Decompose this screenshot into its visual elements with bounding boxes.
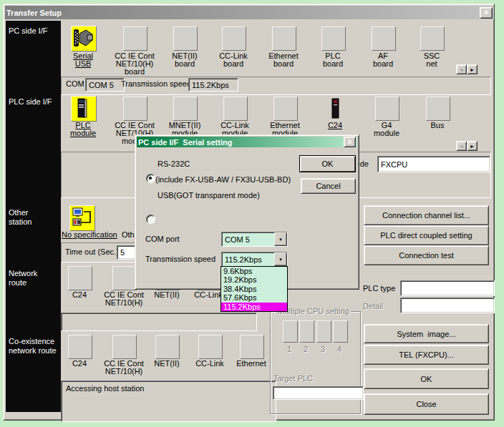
chevron-down-icon[interactable]: ▼	[274, 252, 287, 266]
interface-tile[interactable]	[375, 97, 399, 121]
interface-tile[interactable]	[123, 97, 147, 121]
computer-plc-icon	[72, 207, 93, 228]
sidebar-item-coexistence-route: Co-existence network route	[9, 337, 57, 355]
detail-label: Detail	[363, 302, 383, 310]
interface-tile[interactable]	[273, 97, 298, 121]
speed-option[interactable]: 19.2Kbps	[221, 275, 287, 284]
target-plc-field	[273, 386, 364, 400]
speed-value: 115.2Kbps	[222, 252, 274, 266]
window-title: Transfer Setup	[6, 9, 480, 17]
plc-mode-value-field: FXCPU	[377, 156, 490, 172]
cpu-2-button[interactable]	[299, 320, 314, 343]
cpu-3-button[interactable]	[316, 320, 331, 343]
interface-tile[interactable]	[198, 335, 223, 359]
plc-type-label: PLC type	[363, 284, 395, 293]
scroll-left-icon[interactable]: ◄	[456, 141, 467, 151]
interface-tile[interactable]	[222, 26, 246, 51]
scroll-right-icon[interactable]: ►	[467, 64, 478, 74]
close-icon[interactable]: ×	[344, 137, 356, 147]
scroll-left-icon[interactable]: ◄	[456, 64, 467, 74]
speed-option[interactable]: 38.4Kbps	[221, 285, 287, 293]
c24-icon[interactable]	[329, 97, 342, 121]
interface-tile[interactable]	[173, 26, 198, 51]
interface-tile[interactable]	[123, 26, 147, 51]
close-button[interactable]: Close	[364, 393, 489, 415]
interface-label[interactable]: SSC net	[399, 52, 464, 68]
transmission-speed-field: 115.2Kbps	[188, 78, 238, 92]
interface-tile[interactable]	[223, 97, 248, 121]
sidebar-item-other-station: Other station	[9, 208, 32, 227]
other-station-icon[interactable]	[69, 205, 95, 231]
tel-fxcpu-button[interactable]: TEL (FXCPU)...	[364, 345, 489, 365]
interface-tile[interactable]	[112, 335, 137, 359]
speed-combo[interactable]: 115.2Kbps ▼	[221, 252, 288, 267]
ok-button[interactable]: OK	[364, 368, 489, 389]
speed-option-list: 9.6Kbps 19.2Kbps 38.4Kbps 57.6Kbps 115.2…	[220, 266, 288, 312]
timeout-label: Time out (Sec.)	[65, 247, 119, 256]
plc-type-field	[400, 280, 495, 296]
interface-tile[interactable]	[112, 266, 137, 290]
interface-tile[interactable]	[272, 26, 296, 51]
chevron-down-icon[interactable]: ▼	[274, 232, 287, 246]
cpu-1-button[interactable]	[283, 320, 298, 343]
com-port-value: COM 5	[222, 232, 274, 246]
sidebar: PC side I/F PLC side I/F Other station N…	[6, 21, 61, 412]
serial-usb-icon[interactable]	[71, 26, 97, 51]
cpu-2-label: 2	[304, 345, 308, 353]
no-specification-option[interactable]: No specification	[62, 230, 117, 239]
interface-tile[interactable]	[155, 335, 180, 359]
system-image-button[interactable]: System image...	[364, 324, 489, 343]
cpu-1-label: 1	[287, 345, 291, 353]
plc-direct-coupled-button[interactable]: PLC direct coupled setting	[364, 225, 489, 245]
speed-option[interactable]: 57.6Kbps	[221, 293, 287, 302]
dialog-speed-label: Transmission speed	[145, 255, 215, 263]
speed-option-selected[interactable]: 115.2Kbps	[221, 303, 287, 311]
com-port-label: COM port	[145, 235, 180, 243]
dialog-title: PC side I/F Serial setting	[138, 138, 344, 147]
pc-row-scroller: ◄ ►	[456, 64, 478, 74]
plc-module-icon[interactable]	[71, 96, 97, 122]
sidebar-item-network-route: Network route	[9, 269, 37, 288]
timeout-panel: Time out (Sec.) 5	[61, 242, 142, 262]
transmission-speed-label: Transmission speed	[121, 79, 191, 88]
cpu-3-label: 3	[321, 345, 325, 353]
rs232c-note: (include FX-USB-AW / FX3U-USB-BD)	[155, 175, 291, 184]
dialog-titlebar: PC side I/F Serial setting ×	[137, 137, 357, 147]
interface-label[interactable]: Bus	[405, 122, 470, 129]
target-plc-label: Target PLC	[273, 374, 313, 383]
com-label: COM	[66, 79, 84, 88]
scroll-right-icon[interactable]: ►	[467, 141, 478, 151]
network-route-info-box	[61, 313, 257, 331]
dialog-ok-button[interactable]: OK	[299, 155, 356, 172]
usb-label: USB(GOT transparent mode)	[158, 191, 260, 200]
speed-option[interactable]: 9.6Kbps	[221, 267, 287, 275]
connection-test-button[interactable]: Connection test	[364, 245, 489, 265]
close-icon[interactable]: ×	[480, 7, 493, 19]
sidebar-item-pc-side: PC side I/F	[9, 26, 47, 36]
sidebar-item-plc-side: PLC side I/F	[9, 97, 52, 107]
dialog-cancel-button[interactable]: Cancel	[301, 178, 356, 194]
cpu-4-label: 4	[337, 345, 341, 353]
host-station-status: Accessing host station	[66, 384, 144, 393]
interface-tile[interactable]	[68, 335, 92, 359]
plc-row-scroller: ◄ ►	[456, 141, 478, 151]
desktop: Transfer Setup × PC side I/F PLC side I/…	[0, 0, 504, 427]
window-titlebar: Transfer Setup ×	[5, 6, 494, 19]
usb-radio[interactable]	[146, 215, 155, 224]
rs232c-label: RS-232C	[158, 159, 190, 168]
cpu-4-button[interactable]	[333, 320, 348, 343]
com-settings-panel: COM COM 5 Transmission speed 115.2Kbps	[61, 77, 491, 95]
interface-tile[interactable]	[240, 335, 264, 359]
interface-tile[interactable]	[420, 26, 445, 51]
com-port-combo[interactable]: COM 5 ▼	[221, 232, 288, 247]
detail-field	[400, 298, 495, 313]
interface-tile[interactable]	[173, 97, 198, 121]
interface-tile[interactable]	[321, 26, 346, 51]
interface-tile[interactable]	[372, 26, 396, 51]
connection-channel-list-button[interactable]: Connection channel list...	[364, 205, 489, 225]
interface-tile[interactable]	[68, 266, 92, 290]
interface-tile[interactable]	[426, 97, 450, 121]
rs232c-radio[interactable]	[146, 174, 155, 183]
host-station-status-box: Accessing host station	[61, 381, 276, 422]
com-value-field: COM 5	[85, 78, 125, 92]
